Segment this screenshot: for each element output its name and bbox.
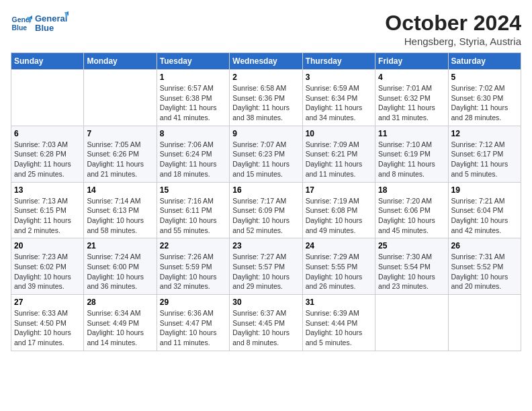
day-info: Sunrise: 7:29 AMSunset: 5:55 PMDaylight:… <box>306 252 372 291</box>
day-number: 6 <box>14 129 81 138</box>
day-number: 8 <box>160 129 226 138</box>
day-number: 9 <box>232 129 299 138</box>
svg-text:Blue: Blue <box>35 23 54 33</box>
calendar-week-row: 20Sunrise: 7:23 AMSunset: 6:02 PMDayligh… <box>11 238 521 295</box>
calendar-cell: 21Sunrise: 7:24 AMSunset: 6:00 PMDayligh… <box>84 238 157 295</box>
day-number: 5 <box>451 73 518 82</box>
day-info: Sunrise: 7:20 AMSunset: 6:06 PMDaylight:… <box>378 196 445 236</box>
day-number: 24 <box>306 241 372 250</box>
calendar-header-row: SundayMondayTuesdayWednesdayThursdayFrid… <box>11 53 521 70</box>
calendar-cell: 6Sunrise: 7:03 AMSunset: 6:28 PMDaylight… <box>11 126 84 182</box>
calendar-cell: 20Sunrise: 7:23 AMSunset: 6:02 PMDayligh… <box>11 238 84 295</box>
calendar-week-row: 13Sunrise: 7:13 AMSunset: 6:15 PMDayligh… <box>11 182 521 238</box>
weekday-header-wednesday: Wednesday <box>230 53 302 70</box>
header: General Blue General Blue October 2024 H… <box>11 11 521 47</box>
calendar-cell <box>11 70 84 126</box>
day-info: Sunrise: 7:27 AMSunset: 5:57 PMDaylight:… <box>232 252 299 291</box>
day-number: 21 <box>87 241 153 250</box>
day-number: 25 <box>378 241 445 250</box>
day-info: Sunrise: 6:57 AMSunset: 6:38 PMDaylight:… <box>160 83 226 123</box>
calendar-cell: 8Sunrise: 7:06 AMSunset: 6:24 PMDaylight… <box>157 126 229 182</box>
logo-icon: General Blue <box>11 13 32 34</box>
calendar-cell: 31Sunrise: 6:39 AMSunset: 4:44 PMDayligh… <box>302 295 375 351</box>
weekday-header-thursday: Thursday <box>302 53 375 70</box>
day-info: Sunrise: 7:02 AMSunset: 6:30 PMDaylight:… <box>451 83 518 123</box>
day-number: 27 <box>14 298 81 307</box>
calendar-table: SundayMondayTuesdayWednesdayThursdayFrid… <box>11 52 521 351</box>
calendar-cell: 23Sunrise: 7:27 AMSunset: 5:57 PMDayligh… <box>230 238 302 295</box>
calendar-cell: 27Sunrise: 6:33 AMSunset: 4:50 PMDayligh… <box>11 295 84 351</box>
day-number: 23 <box>232 241 299 250</box>
day-number: 29 <box>160 298 226 307</box>
svg-text:Blue: Blue <box>12 24 28 32</box>
day-info: Sunrise: 7:01 AMSunset: 6:32 PMDaylight:… <box>378 83 445 123</box>
day-info: Sunrise: 7:31 AMSunset: 5:52 PMDaylight:… <box>451 252 518 291</box>
calendar-cell: 22Sunrise: 7:26 AMSunset: 5:59 PMDayligh… <box>157 238 229 295</box>
calendar-cell: 5Sunrise: 7:02 AMSunset: 6:30 PMDaylight… <box>448 70 521 126</box>
calendar-cell: 2Sunrise: 6:58 AMSunset: 6:36 PMDaylight… <box>230 70 302 126</box>
day-number: 22 <box>160 241 226 250</box>
day-info: Sunrise: 6:36 AMSunset: 4:47 PMDaylight:… <box>160 308 226 348</box>
day-info: Sunrise: 6:59 AMSunset: 6:34 PMDaylight:… <box>306 83 372 123</box>
title-area: October 2024 Hengsberg, Styria, Austria <box>385 11 521 47</box>
day-number: 30 <box>232 298 299 307</box>
calendar-cell <box>84 70 157 126</box>
day-number: 18 <box>378 185 445 195</box>
calendar-cell: 19Sunrise: 7:21 AMSunset: 6:04 PMDayligh… <box>448 182 521 238</box>
calendar-cell: 25Sunrise: 7:30 AMSunset: 5:54 PMDayligh… <box>375 238 448 295</box>
day-number: 14 <box>87 185 153 195</box>
day-number: 28 <box>87 298 153 307</box>
day-info: Sunrise: 7:26 AMSunset: 5:59 PMDaylight:… <box>160 252 226 291</box>
weekday-header-tuesday: Tuesday <box>157 53 229 70</box>
day-info: Sunrise: 6:33 AMSunset: 4:50 PMDaylight:… <box>14 308 81 348</box>
day-info: Sunrise: 7:10 AMSunset: 6:19 PMDaylight:… <box>378 140 445 179</box>
day-number: 26 <box>451 241 518 250</box>
day-number: 16 <box>232 185 299 195</box>
day-number: 11 <box>378 129 445 138</box>
calendar-cell: 16Sunrise: 7:17 AMSunset: 6:09 PMDayligh… <box>230 182 302 238</box>
day-info: Sunrise: 7:07 AMSunset: 6:23 PMDaylight:… <box>232 140 299 179</box>
calendar-cell: 26Sunrise: 7:31 AMSunset: 5:52 PMDayligh… <box>448 238 521 295</box>
calendar-week-row: 1Sunrise: 6:57 AMSunset: 6:38 PMDaylight… <box>11 70 521 126</box>
day-number: 10 <box>306 129 372 138</box>
logo: General Blue General Blue <box>11 11 69 36</box>
day-number: 20 <box>14 241 81 250</box>
calendar-cell: 10Sunrise: 7:09 AMSunset: 6:21 PMDayligh… <box>302 126 375 182</box>
calendar-cell: 13Sunrise: 7:13 AMSunset: 6:15 PMDayligh… <box>11 182 84 238</box>
calendar-week-row: 6Sunrise: 7:03 AMSunset: 6:28 PMDaylight… <box>11 126 521 182</box>
day-number: 15 <box>160 185 226 195</box>
calendar-cell: 14Sunrise: 7:14 AMSunset: 6:13 PMDayligh… <box>84 182 157 238</box>
day-info: Sunrise: 7:24 AMSunset: 6:00 PMDaylight:… <box>87 252 153 291</box>
month-title: October 2024 <box>385 11 521 36</box>
day-number: 13 <box>14 185 81 195</box>
calendar-cell: 11Sunrise: 7:10 AMSunset: 6:19 PMDayligh… <box>375 126 448 182</box>
day-number: 17 <box>306 185 372 195</box>
calendar-body: 1Sunrise: 6:57 AMSunset: 6:38 PMDaylight… <box>11 70 521 351</box>
weekday-header-sunday: Sunday <box>11 53 84 70</box>
day-info: Sunrise: 7:23 AMSunset: 6:02 PMDaylight:… <box>14 252 81 291</box>
calendar-cell: 30Sunrise: 6:37 AMSunset: 4:45 PMDayligh… <box>230 295 302 351</box>
calendar-cell: 18Sunrise: 7:20 AMSunset: 6:06 PMDayligh… <box>375 182 448 238</box>
day-info: Sunrise: 7:13 AMSunset: 6:15 PMDaylight:… <box>14 196 81 236</box>
calendar-cell: 3Sunrise: 6:59 AMSunset: 6:34 PMDaylight… <box>302 70 375 126</box>
day-info: Sunrise: 7:17 AMSunset: 6:09 PMDaylight:… <box>232 196 299 236</box>
day-number: 31 <box>306 298 372 307</box>
calendar-cell <box>448 295 521 351</box>
calendar-cell: 9Sunrise: 7:07 AMSunset: 6:23 PMDaylight… <box>230 126 302 182</box>
calendar-cell <box>375 295 448 351</box>
day-info: Sunrise: 6:37 AMSunset: 4:45 PMDaylight:… <box>232 308 299 348</box>
day-number: 12 <box>451 129 518 138</box>
day-number: 1 <box>160 73 226 82</box>
day-number: 19 <box>451 185 518 195</box>
day-info: Sunrise: 6:39 AMSunset: 4:44 PMDaylight:… <box>306 308 372 348</box>
day-info: Sunrise: 7:19 AMSunset: 6:08 PMDaylight:… <box>306 196 372 236</box>
calendar-cell: 7Sunrise: 7:05 AMSunset: 6:26 PMDaylight… <box>84 126 157 182</box>
day-info: Sunrise: 7:05 AMSunset: 6:26 PMDaylight:… <box>87 140 153 179</box>
calendar-cell: 1Sunrise: 6:57 AMSunset: 6:38 PMDaylight… <box>157 70 229 126</box>
day-info: Sunrise: 6:34 AMSunset: 4:49 PMDaylight:… <box>87 308 153 348</box>
weekday-header-monday: Monday <box>84 53 157 70</box>
calendar-cell: 15Sunrise: 7:16 AMSunset: 6:11 PMDayligh… <box>157 182 229 238</box>
day-info: Sunrise: 7:21 AMSunset: 6:04 PMDaylight:… <box>451 196 518 236</box>
location-subtitle: Hengsberg, Styria, Austria <box>385 36 521 47</box>
calendar-cell: 29Sunrise: 6:36 AMSunset: 4:47 PMDayligh… <box>157 295 229 351</box>
